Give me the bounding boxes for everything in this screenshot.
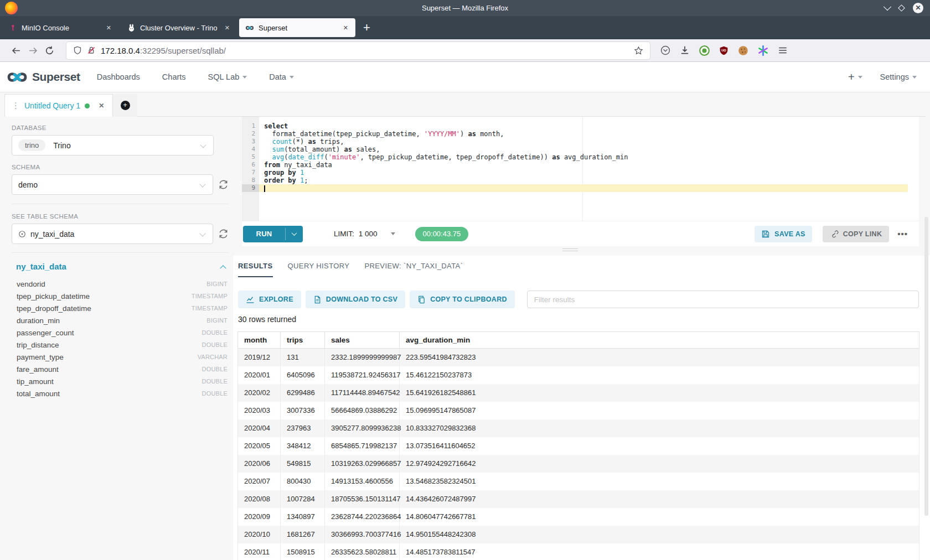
bookmark-star-icon[interactable] <box>634 46 643 55</box>
run-options-caret[interactable] <box>286 226 303 242</box>
table-column-row[interactable]: trip_distance DOUBLE <box>12 339 229 351</box>
menu-hamburger-icon[interactable] <box>778 45 788 55</box>
window-maximize-icon[interactable] <box>898 4 905 12</box>
table-row[interactable]: 2020/10168126730366993.70037741614.95015… <box>238 526 919 543</box>
column-header[interactable]: sales <box>325 332 400 349</box>
download-icon[interactable] <box>680 45 690 55</box>
table-row[interactable]: 2020/11150891526335623.5802881114.485173… <box>238 543 919 560</box>
column-name: tip_amount <box>17 377 202 386</box>
results-pane-tab-results[interactable]: RESULTS <box>238 262 273 277</box>
column-type: TIMESTAMP <box>192 305 228 312</box>
editor-line[interactable]: 1select <box>242 122 919 130</box>
table-row[interactable]: 2019/121312332.1899999999987223.59541984… <box>238 349 919 366</box>
drag-handle-icon[interactable]: ⋮ <box>12 101 20 111</box>
add-new-button[interactable]: + <box>848 71 862 84</box>
editor-line[interactable]: 5 avg(date_diff('minute', tpep_pickup_da… <box>242 153 919 161</box>
download-csv-button[interactable]: DOWNLOAD TO CSV <box>306 291 405 308</box>
browser-toolbar: 172.18.0.4:32295/superset/sqllab/ UO <box>0 39 930 62</box>
refresh-icon[interactable] <box>218 179 229 190</box>
shield-icon[interactable] <box>73 46 82 55</box>
column-header[interactable]: avg_duration_min <box>400 332 919 349</box>
editor-line[interactable]: 8order by 1; <box>242 177 919 184</box>
new-tab-button[interactable]: + <box>363 22 370 34</box>
insecure-lock-icon[interactable] <box>87 46 96 55</box>
reload-button[interactable] <box>41 46 58 55</box>
column-header[interactable]: month <box>238 332 281 349</box>
close-icon[interactable]: ✕ <box>99 102 104 110</box>
pane-splitter-handle[interactable] <box>562 248 578 253</box>
add-query-tab-button[interactable]: + <box>113 94 137 117</box>
settings-menu[interactable]: Settings <box>880 72 917 81</box>
editor-line[interactable]: 4 sum(total_amount) as sales, <box>242 146 919 153</box>
scrollbar-thumb[interactable] <box>924 217 928 516</box>
table-row[interactable]: 2020/08100728418705536.15013114714.43642… <box>238 490 919 508</box>
table-column-row[interactable]: total_amount DOUBLE <box>12 387 229 400</box>
table-column-row[interactable]: payment_type VARCHAR <box>12 351 229 363</box>
back-button[interactable] <box>8 46 24 55</box>
tab-close-icon[interactable]: ✕ <box>223 23 232 33</box>
line-number: 4 <box>242 146 259 153</box>
greasemonkey-icon[interactable] <box>699 45 710 56</box>
url-text[interactable]: 172.18.0.4:32295/superset/sqllab/ <box>101 46 629 55</box>
ublock-icon[interactable]: UO <box>719 46 728 55</box>
asterisk-extension-icon[interactable] <box>758 45 768 56</box>
copy-clipboard-button[interactable]: COPY TO CLIPBOARD <box>410 291 515 308</box>
chevron-down-icon <box>199 181 205 187</box>
column-header[interactable]: trips <box>281 332 325 349</box>
table-row[interactable]: 2020/042379633905277.809993623810.833327… <box>238 419 919 437</box>
forward-button[interactable] <box>24 46 41 55</box>
table-row[interactable]: 2020/026299486117114448.8946754215.64192… <box>238 384 919 402</box>
nav-item-charts[interactable]: Charts <box>162 72 186 81</box>
cookie-icon[interactable] <box>738 45 748 56</box>
browser-tab[interactable]: Cluster Overview - Trino ✕ <box>121 18 237 37</box>
database-select[interactable]: trino Trino <box>12 135 214 155</box>
table-row[interactable]: 2020/0780043014913153.460055613.54682358… <box>238 473 919 490</box>
table-row[interactable]: 2020/016405096119538721.9245631715.46122… <box>238 366 919 384</box>
url-bar[interactable]: 172.18.0.4:32295/superset/sqllab/ <box>66 42 650 59</box>
save-as-button[interactable]: SAVE AS <box>755 226 812 242</box>
table-column-row[interactable]: tip_amount DOUBLE <box>12 375 229 387</box>
tab-close-icon[interactable]: ✕ <box>104 23 113 33</box>
nav-item-sql-lab[interactable]: SQL Lab <box>208 72 247 81</box>
editor-line[interactable]: 9 <box>242 184 919 192</box>
window-close-icon[interactable]: ✕ <box>913 3 923 13</box>
table-column-row[interactable]: duration_min BIGINT <box>12 314 229 326</box>
editor-line[interactable]: 6from ny_taxi_data <box>242 161 919 169</box>
more-options-button[interactable]: ••• <box>897 229 908 238</box>
chevron-up-icon[interactable] <box>220 265 226 271</box>
window-minimize-icon[interactable] <box>884 3 891 11</box>
explore-button[interactable]: EXPLORE <box>238 291 301 308</box>
sql-editor[interactable]: 1select2 format_datetime(tpep_pickup_dat… <box>242 117 919 221</box>
table-column-row[interactable]: passenger_count DOUBLE <box>12 326 229 339</box>
editor-line[interactable]: 3 count(*) as trips, <box>242 138 919 146</box>
table-row[interactable]: 2020/03300733656664869.0388629215.096995… <box>238 402 919 419</box>
query-tab[interactable]: ⋮ Untitled Query 1 ✕ <box>4 94 113 117</box>
nav-item-data[interactable]: Data <box>269 72 294 81</box>
pocket-icon[interactable] <box>660 45 670 55</box>
table-row[interactable]: 2020/0654981510319263.02996685712.974924… <box>238 455 919 473</box>
table-column-row[interactable]: tpep_dropoff_datetime TIMESTAMP <box>12 302 229 314</box>
refresh-icon[interactable] <box>218 229 229 239</box>
browser-tab[interactable]: Superset ✕ <box>239 18 355 37</box>
run-button[interactable]: RUN <box>243 226 303 242</box>
browser-tab[interactable]: MinIO Console ✕ <box>2 18 118 37</box>
tab-close-icon[interactable]: ✕ <box>341 23 350 33</box>
nav-item-dashboards[interactable]: Dashboards <box>97 72 140 81</box>
schema-select[interactable]: demo <box>12 174 213 195</box>
minio-icon <box>8 23 17 32</box>
editor-line[interactable]: 7group by 1 <box>242 169 919 177</box>
table-row[interactable]: 2020/09134089723628744.22023686414.80604… <box>238 508 919 526</box>
table-column-row[interactable]: tpep_pickup_datetime TIMESTAMP <box>12 290 229 302</box>
table-column-row[interactable]: vendorid BIGINT <box>12 278 229 290</box>
limit-dropdown[interactable]: LIMIT: 1 000 <box>334 230 395 238</box>
table-select[interactable]: ny_taxi_data <box>12 224 213 244</box>
copy-link-button[interactable]: COPY LINK <box>823 226 890 242</box>
editor-line[interactable]: 2 format_datetime(tpep_pickup_datetime, … <box>242 130 919 138</box>
table-row[interactable]: 2020/053484126854865.71998213713.0735164… <box>238 437 919 455</box>
results-pane-tab-preview[interactable]: PREVIEW: `NY_TAXI_DATA` <box>364 262 463 277</box>
table-name-link[interactable]: ny_taxi_data <box>16 262 66 271</box>
superset-brand[interactable]: Superset <box>6 70 80 85</box>
filter-results-input[interactable] <box>527 291 919 308</box>
results-pane-tab-query-history[interactable]: QUERY HISTORY <box>288 262 350 277</box>
table-column-row[interactable]: fare_amount DOUBLE <box>12 363 229 375</box>
